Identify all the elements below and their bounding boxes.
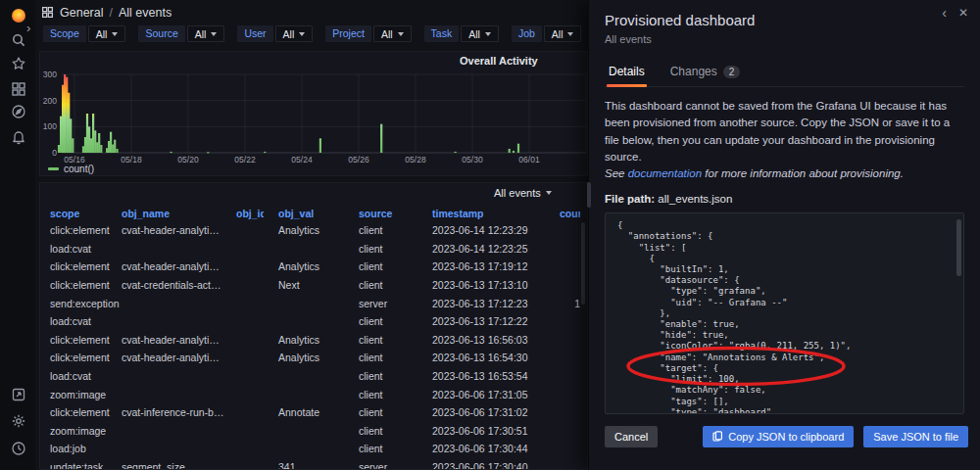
- table-row[interactable]: click:elementcvat-header-analyti…Analyti…: [40, 221, 587, 240]
- filter-value-dropdown[interactable]: All: [461, 25, 499, 42]
- table-row[interactable]: update:tasksegment_size341server2023-06-…: [40, 458, 587, 470]
- cell-source: client: [359, 243, 432, 255]
- drawer-close-icon[interactable]: ✕: [958, 4, 968, 22]
- table-row[interactable]: click:elementcvat-header-analyti…Analyti…: [40, 331, 587, 350]
- filter-label[interactable]: Source: [138, 25, 184, 42]
- table-row[interactable]: click:elementcvat-credentials-act…Nextcl…: [40, 276, 587, 295]
- table-row[interactable]: click:elementcvat-header-analyti…Analyti…: [40, 258, 587, 276]
- alerting-bell-icon[interactable]: [10, 128, 26, 145]
- activity-bar-chart[interactable]: 010020030005/1605/1805/2005/2205/2405/26…: [40, 66, 587, 164]
- drawer-resize-handle[interactable]: [587, 182, 591, 208]
- configuration-gear-icon[interactable]: [10, 412, 26, 429]
- drawer-button-row: Cancel Copy JSON to clipboard Save JSON …: [605, 426, 964, 447]
- table-row[interactable]: load:cvatclient2023-06-13 17:12:22: [40, 312, 587, 331]
- cell-timestamp: 2023-06-13 17:12:23: [432, 298, 560, 309]
- cell-timestamp: 2023-06-13 17:12:22: [432, 315, 560, 327]
- copy-json-button[interactable]: Copy JSON to clipboard: [703, 426, 854, 447]
- drawer-collapse-icon[interactable]: ‹: [942, 4, 947, 22]
- svg-text:200: 200: [43, 96, 57, 106]
- breadcrumb-page[interactable]: All events: [119, 6, 172, 20]
- cell-source: server: [359, 461, 432, 470]
- filter-label[interactable]: Scope: [43, 25, 86, 42]
- filter-value-dropdown[interactable]: All: [88, 25, 126, 42]
- cell-scope: click:element: [50, 352, 122, 363]
- filter-value-dropdown[interactable]: All: [373, 25, 412, 42]
- table-row[interactable]: zoom:imageclient2023-06-06 17:31:05: [40, 385, 587, 403]
- dashboards-grid-icon[interactable]: [10, 80, 26, 97]
- table-row[interactable]: send:exceptionserver2023-06-13 17:12:231: [40, 294, 587, 312]
- save-json-button[interactable]: Save JSON to file: [863, 426, 968, 447]
- svg-text:05/28: 05/28: [405, 155, 426, 164]
- code-scrollbar[interactable]: [956, 219, 961, 276]
- clipboard-icon: [712, 431, 722, 443]
- chart-gridlines: [62, 74, 586, 153]
- filter-value-dropdown[interactable]: All: [187, 25, 225, 42]
- legend-series-swatch: [48, 167, 59, 170]
- filter-label[interactable]: Task: [424, 25, 460, 42]
- cell-scope: click:element: [50, 406, 122, 418]
- cell-timestamp: 2023-06-14 12:23:29: [432, 224, 560, 236]
- cell-obj_val: Annotate: [264, 406, 359, 418]
- column-header-scope[interactable]: scope: [50, 208, 122, 219]
- chevron-down-icon: [485, 32, 491, 36]
- search-icon[interactable]: [10, 31, 26, 48]
- cell-source: client: [359, 224, 432, 236]
- dashboard-json-codeblock[interactable]: { "annotations": { "list": [ { "builtIn"…: [605, 212, 964, 414]
- chart-legend[interactable]: count(): [48, 164, 94, 174]
- cell-timestamp: 2023-06-06 17:30:51: [432, 425, 560, 437]
- table-row[interactable]: load:jobclient2023-06-06 17:30:44: [40, 440, 587, 458]
- column-header-timestamp[interactable]: timestamp: [432, 208, 560, 219]
- column-header-count[interactable]: count: [560, 208, 580, 219]
- help-icon[interactable]: [10, 440, 26, 456]
- filter-value-dropdown[interactable]: All: [275, 25, 314, 42]
- grafana-logo-icon[interactable]: [10, 7, 26, 24]
- table-row[interactable]: load:cvatclient2023-06-13 16:53:54: [40, 367, 587, 386]
- table-row[interactable]: zoom:imageclient2023-06-06 17:30:51: [40, 422, 587, 441]
- tab-changes[interactable]: Changes 2: [668, 61, 743, 86]
- json-code: { "annotations": { "list": [ { "builtIn"…: [617, 220, 952, 414]
- cell-scope: click:element: [50, 260, 122, 272]
- filter-label[interactable]: Job: [512, 25, 542, 42]
- column-header-source[interactable]: source: [359, 208, 432, 219]
- table-scrollbar[interactable]: [581, 222, 585, 305]
- explore-compass-icon[interactable]: [10, 103, 26, 119]
- cell-timestamp: 2023-06-13 16:54:30: [432, 352, 560, 363]
- provisioned-warning-text: This dashboard cannot be saved from the …: [605, 100, 950, 163]
- column-header-obj_name[interactable]: obj_name: [122, 208, 236, 219]
- column-header-obj_id[interactable]: obj_id: [236, 208, 264, 219]
- cell-source: client: [359, 425, 432, 437]
- filter-label[interactable]: User: [237, 25, 272, 42]
- cell-timestamp: 2023-06-13 16:56:03: [432, 334, 560, 346]
- cell-source: client: [359, 315, 432, 327]
- drawer-title: Provisioned dashboard: [605, 12, 964, 28]
- svg-text:06/01: 06/01: [518, 155, 540, 164]
- cell-obj_name: cvat-inference-run-b…: [122, 406, 236, 418]
- overall-activity-panel: Overall Activity 010020030005/1605/1805/…: [39, 51, 588, 176]
- tab-details[interactable]: Details: [607, 61, 647, 86]
- filter-label[interactable]: Project: [325, 25, 371, 42]
- column-header-obj_val[interactable]: obj_val: [264, 208, 359, 219]
- file-path-row: File path: all_events.json: [605, 193, 964, 205]
- table-row[interactable]: click:elementcvat-inference-run-b…Annota…: [40, 403, 587, 422]
- expand-sidebar-chevron[interactable]: ›: [26, 21, 30, 35]
- cell-timestamp: 2023-06-06 17:30:44: [432, 443, 560, 454]
- cell-obj_name: cvat-header-analyti…: [122, 334, 236, 346]
- table-row[interactable]: load:cvatclient2023-06-14 12:23:25: [40, 240, 587, 258]
- cancel-button[interactable]: Cancel: [605, 426, 658, 447]
- filter-value-dropdown[interactable]: All: [544, 25, 582, 42]
- chevron-down-icon: [567, 32, 573, 36]
- documentation-link[interactable]: documentation: [628, 167, 702, 179]
- cell-obj_val: Next: [264, 279, 359, 291]
- drawer-tabs: Details Changes 2: [605, 61, 964, 87]
- left-sidebar: [0, 0, 35, 470]
- server-admin-icon[interactable]: [10, 386, 26, 402]
- cell-obj_name: cvat-header-analyti…: [122, 224, 236, 236]
- breadcrumb-section[interactable]: General: [60, 6, 103, 20]
- table-panel-title-menu[interactable]: All events: [494, 187, 552, 199]
- filter-job: JobAll: [512, 25, 582, 42]
- cell-scope: click:element: [50, 279, 122, 291]
- cell-scope: load:cvat: [50, 243, 122, 255]
- tab-changes-label: Changes: [670, 65, 717, 78]
- favorites-star-icon[interactable]: [10, 55, 26, 71]
- table-row[interactable]: click:elementcvat-header-analyti…Analyti…: [40, 349, 587, 367]
